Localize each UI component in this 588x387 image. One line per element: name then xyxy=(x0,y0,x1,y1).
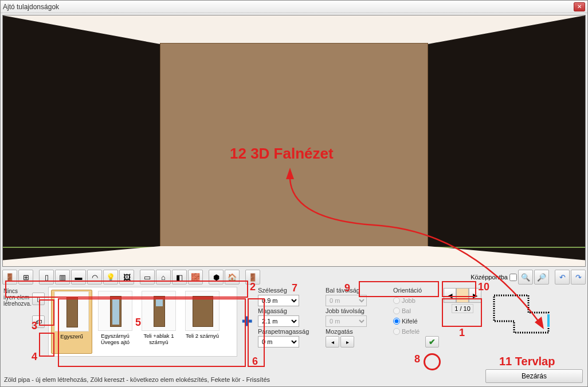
door-gallery[interactable]: Egyszerű Egyszárnyú Üveges ajtó Teli +ab… xyxy=(48,287,237,357)
room-render xyxy=(3,15,585,266)
move-left-button[interactable]: ◂ xyxy=(326,336,339,347)
tool-layer-icon[interactable]: ◧ xyxy=(172,270,187,285)
parapet-label: Parapetmagasság xyxy=(258,328,321,335)
3d-viewport[interactable] xyxy=(2,15,586,267)
left-wall xyxy=(3,15,162,266)
gallery-label: Teli +ablak 1 szárnyú xyxy=(139,333,178,345)
add-button[interactable]: ✚ xyxy=(242,314,252,329)
tool-exit-icon[interactable]: 🚪 xyxy=(245,270,260,285)
center-checkbox[interactable] xyxy=(509,274,517,281)
style-button[interactable]: 🏷 xyxy=(32,315,45,328)
toolbar: 🚪 ⊞ ▯ ▥ ▬ ◠ 💡 🖼 ▭ ⌂ ◧ 🧱 ⬢ 🏠 🚪 Középpontb… xyxy=(2,269,586,285)
gallery-thumb xyxy=(98,291,132,331)
tool-window-icon[interactable]: ⊞ xyxy=(18,270,33,285)
wall-nav: ◀ ▶ 1 / 10 xyxy=(442,287,483,357)
annotation-6: 6 xyxy=(252,356,258,368)
gallery-label: Egyszárnyú Üveges ajtó xyxy=(96,333,135,345)
gallery-label: Teli 2 szárnyú xyxy=(183,333,222,345)
right-dist-select: 0 m xyxy=(326,315,367,327)
dialog-content: 🚪 ⊞ ▯ ▥ ▬ ◠ 💡 🖼 ▭ ⌂ ◧ 🧱 ⬢ 🏠 🚪 Középpontb… xyxy=(1,13,587,386)
height-label: Magasság xyxy=(258,307,321,314)
center-label-text: Középpontba xyxy=(471,274,508,281)
tool-door-icon[interactable]: 🚪 xyxy=(2,270,17,285)
tool-arch-icon[interactable]: ◠ xyxy=(87,270,102,285)
orient-right-radio[interactable]: Jobb xyxy=(393,297,439,304)
gallery-item[interactable]: Teli 2 szárnyú xyxy=(182,290,223,354)
undo-icon[interactable]: ↶ xyxy=(555,270,570,285)
orient-out-radio[interactable]: Kifelé xyxy=(393,318,439,325)
right-dist-label: Jobb távolság xyxy=(326,307,389,314)
wall-page-number: 1 / 10 xyxy=(452,304,473,313)
tool-double-icon[interactable]: ▥ xyxy=(55,270,70,285)
orient-label: Orientáció xyxy=(393,287,439,294)
plan-preview xyxy=(483,287,586,357)
gallery-item[interactable]: Egyszerű xyxy=(51,290,92,354)
gallery-thumb xyxy=(185,291,219,331)
move-label: Mozgatás xyxy=(326,328,389,335)
tool-lamp-icon[interactable]: 💡 xyxy=(103,270,118,285)
left-dist-select: 0 m xyxy=(326,295,367,306)
close-button[interactable]: Bezárás xyxy=(485,369,583,383)
right-wall xyxy=(426,15,585,266)
orient-in-radio[interactable]: Befelé xyxy=(393,328,439,335)
gallery-thumb xyxy=(54,291,89,331)
orient-left-radio[interactable]: Bal xyxy=(393,307,439,314)
tool-picture-icon[interactable]: 🖼 xyxy=(119,270,134,285)
gallery-item[interactable]: Teli +ablak 1 szárnyú xyxy=(138,290,179,354)
wall-indicator-icon xyxy=(456,288,469,303)
wall-prev-button[interactable]: ◀ xyxy=(444,288,456,303)
left-dist-label: Bal távolság xyxy=(326,287,389,294)
move-right-button[interactable]: ▸ xyxy=(340,336,354,347)
move-buttons: ◂ ▸ xyxy=(326,336,389,347)
scroll-up-button[interactable]: ▯ xyxy=(32,293,45,305)
tool-3d-icon[interactable]: ⬢ xyxy=(209,270,224,285)
height-select[interactable]: 2.1 m xyxy=(258,315,299,327)
width-select[interactable]: 0.9 m xyxy=(258,295,299,306)
lower-panel: Nincs ilyen elem létrehozva. ▯ 🏷 Egyszer… xyxy=(2,287,586,357)
plan-svg[interactable] xyxy=(488,287,557,338)
gallery-item[interactable]: Egyszárnyú Üveges ajtó xyxy=(95,290,136,354)
tool-brick-icon[interactable]: 🧱 xyxy=(188,270,203,285)
gallery-thumb xyxy=(142,291,176,331)
status-bar: Zöld pipa - új elem létrehozás, Zöld ker… xyxy=(4,376,270,383)
tool-roof-icon[interactable]: ⌂ xyxy=(156,270,171,285)
no-element-message: Nincs ilyen elem létrehozva. xyxy=(2,287,32,357)
tool-house-icon[interactable]: 🏠 xyxy=(225,270,240,285)
center-checkbox-label[interactable]: Középpontba xyxy=(471,274,517,281)
window-title: Ajtó tulajdonságok xyxy=(3,3,59,11)
tool-opening-icon[interactable]: ▯ xyxy=(39,270,54,285)
width-label: Szélesség xyxy=(258,287,321,294)
tool-ceiling-icon[interactable]: ▭ xyxy=(140,270,155,285)
parapet-select[interactable]: 0 m xyxy=(258,336,299,347)
zoom-out-icon[interactable]: 🔎 xyxy=(534,270,549,285)
dialog-window: Ajtó tulajdonságok ✕ 🚪 ⊞ ▯ ▥ ▬ ◠ 💡 🖼 xyxy=(0,0,588,387)
tool-slab-icon[interactable]: ▬ xyxy=(71,270,86,285)
add-column: ✚ xyxy=(240,287,254,357)
annotation-11: 11 Tervlap xyxy=(499,355,555,368)
wall-next-button[interactable]: ▶ xyxy=(469,288,481,303)
zoom-fit-icon[interactable]: 🔍 xyxy=(518,270,533,285)
side-buttons: ▯ 🏷 xyxy=(32,287,46,357)
properties-panel: Szélesség Bal távolság Orientáció 0.9 m … xyxy=(254,287,442,357)
confirm-button[interactable]: ✔ xyxy=(425,336,439,347)
back-wall xyxy=(160,43,428,247)
window-close-button[interactable]: ✕ xyxy=(574,2,585,11)
gallery-label: Egyszerű xyxy=(53,333,91,346)
redo-icon[interactable]: ↷ xyxy=(571,270,586,285)
titlebar: Ajtó tulajdonságok ✕ xyxy=(1,1,587,13)
